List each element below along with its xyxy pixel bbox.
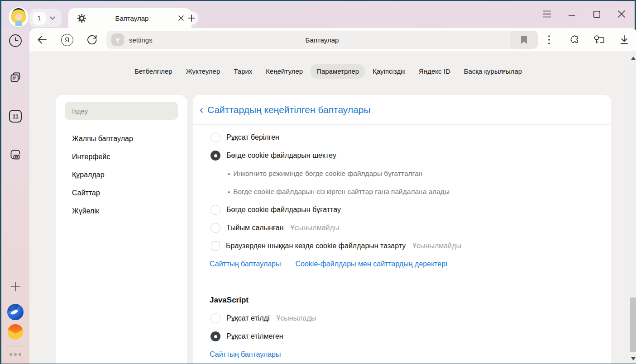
sidebar-item-system[interactable]: Жүйелік: [56, 202, 187, 220]
bookmark-button[interactable]: [510, 31, 538, 49]
page-scrollbar[interactable]: [630, 52, 636, 364]
minimize-button[interactable]: [563, 6, 580, 22]
radio-selected-icon[interactable]: [210, 151, 220, 161]
page-title: Баптаулар: [106, 36, 538, 44]
bullet-icon: •: [228, 170, 230, 178]
option-label: Бөгде cookie файлдарын бұғаттау: [226, 206, 341, 214]
tab-downloads[interactable]: Жүктеулер: [180, 64, 227, 79]
cookie-option-forbidden[interactable]: Тыйым салынған Ұсынылмайды: [193, 219, 611, 237]
maximize-button[interactable]: [588, 6, 605, 22]
sidebar-item-sites[interactable]: Сайттар: [56, 184, 187, 202]
settings-content: ‹ Сайттардың кеңейтілген баптаулары Рұқс…: [193, 95, 611, 364]
notes-button[interactable]: [9, 71, 22, 85]
tab-close-icon[interactable]: [178, 15, 184, 21]
kebab-icon: [548, 35, 550, 45]
screenshot-button[interactable]: [8, 147, 23, 162]
tab-history[interactable]: Тарих: [227, 64, 258, 79]
downloads-button[interactable]: [617, 33, 631, 47]
refresh-icon: [86, 33, 98, 46]
omnibox-menu-button[interactable]: [542, 33, 556, 47]
bookmark-icon: [521, 36, 527, 44]
cookie-option-block-third-party[interactable]: Бөгде cookie файлдарын бұғаттау: [193, 201, 611, 219]
key-folder-icon: [593, 34, 605, 46]
download-icon: [618, 34, 630, 46]
cookie-option-allowed[interactable]: Рұқсат берілген: [193, 128, 611, 147]
new-tab-button[interactable]: [185, 11, 198, 25]
option-label: Рұқсат етілді: [226, 314, 269, 322]
scroll-down-arrow-icon[interactable]: [631, 357, 636, 360]
tab-yandex-id[interactable]: Яндекс ID: [412, 64, 457, 79]
side-rail: 11: [1, 28, 29, 364]
cookies-and-site-data-link[interactable]: Cookie-файлдары мен сайттардың деректері: [296, 260, 447, 268]
radio-icon[interactable]: [210, 132, 220, 142]
back-button[interactable]: [35, 33, 49, 47]
browser-tab-settings[interactable]: Баптаулар: [68, 8, 191, 28]
tab-count-badge[interactable]: 1: [33, 12, 46, 25]
profile-avatar[interactable]: [9, 7, 29, 27]
cookie-option-restrict-third-party[interactable]: Бөгде cookie файлдарын шектеу: [193, 147, 611, 165]
js-option-not-allowed[interactable]: Рұқсат етілмеген: [193, 327, 611, 345]
settings-page: Бетбелгілер Жүктеулер Тарих Кеңейтулер П…: [29, 52, 636, 364]
browser-logo-icon: [7, 304, 24, 320]
address-bar[interactable]: Y settings Баптаулар: [106, 31, 538, 49]
radio-selected-icon[interactable]: [210, 331, 220, 341]
sidebar-items: Жалпы баптаулар Интерфейс Құралдар Сайтт…: [56, 130, 187, 220]
tab-security[interactable]: Қауіпсіздік: [366, 64, 411, 79]
passwords-button[interactable]: [592, 33, 606, 47]
tabs-counter-button[interactable]: 11: [9, 110, 22, 123]
tab-bookmarks[interactable]: Бетбелгілер: [128, 64, 179, 79]
site-settings-link[interactable]: Сайттың баптаулары: [210, 350, 281, 359]
back-chevron-icon[interactable]: ‹: [200, 104, 203, 115]
settings-sidebar: Жалпы баптаулар Интерфейс Құралдар Сайтт…: [56, 95, 187, 364]
js-option-allowed[interactable]: Рұқсат етілді Ұсынылады: [193, 309, 611, 327]
radio-icon[interactable]: [210, 223, 220, 233]
tab-extensions[interactable]: Кеңейтулер: [259, 64, 309, 79]
cookie-clear-on-exit[interactable]: Браузерден шыққан кезде cookie файлдарын…: [193, 237, 611, 255]
browser-window: 1 Баптаулар: [0, 0, 636, 364]
refresh-button[interactable]: [85, 33, 99, 47]
sidebar-item-general[interactable]: Жалпы баптаулар: [56, 130, 187, 148]
checkbox-icon[interactable]: [211, 241, 220, 251]
tab-settings[interactable]: Параметрлер: [310, 64, 365, 79]
bullet-icon: •: [228, 188, 230, 196]
option-hint: Ұсынылмайды: [291, 224, 340, 232]
sidebar-item-tools[interactable]: Құралдар: [56, 166, 187, 184]
yandex-browser-app-button[interactable]: [7, 304, 24, 320]
yandex-home-button[interactable]: Я: [60, 33, 74, 47]
history-button[interactable]: [8, 33, 23, 48]
scrollbar-thumb[interactable]: [630, 298, 636, 352]
js-links: Сайттың баптаулары: [193, 345, 611, 364]
option-note: • Инкогнито режимінде бөгде cookie файлд…: [193, 165, 611, 183]
hamburger-icon: [542, 10, 552, 18]
url-text: settings: [129, 36, 153, 44]
avatar-art: [15, 14, 22, 20]
tab-other-devices[interactable]: Басқа құрылғылар: [458, 64, 528, 79]
extensions-button[interactable]: [567, 33, 581, 47]
javascript-heading: JavaScript: [193, 291, 611, 309]
option-label: Бөгде cookie файлдарын шектеу: [226, 151, 336, 160]
yandex-mail-app-button[interactable]: [8, 324, 23, 340]
settings-search[interactable]: [65, 102, 178, 120]
section-title[interactable]: Сайттардың кеңейтілген баптаулары: [207, 104, 371, 115]
search-input[interactable]: [65, 102, 178, 120]
browser-menu-button[interactable]: [538, 6, 555, 22]
option-label: Рұқсат берілген: [226, 133, 279, 142]
scroll-up-arrow-icon[interactable]: [631, 57, 636, 60]
option-label: Рұқсат етілмеген: [226, 332, 283, 340]
section-header: ‹ Сайттардың кеңейтілген баптаулары: [193, 95, 611, 125]
radio-icon[interactable]: [210, 205, 220, 215]
settings-rows: Рұқсат берілген Бөгде cookie файлдарын ш…: [193, 125, 611, 364]
maximize-icon: [593, 10, 601, 18]
close-icon: [617, 10, 626, 18]
more-apps-button[interactable]: [10, 353, 21, 356]
sidebar-item-interface[interactable]: Интерфейс: [56, 148, 187, 166]
radio-icon[interactable]: [210, 313, 220, 323]
option-note: • Бөгде cookie файлдарын сіз кірген сайт…: [193, 183, 611, 201]
close-window-button[interactable]: [613, 6, 630, 22]
camera-icon: [8, 147, 23, 162]
avatar-art: [15, 21, 22, 26]
plus-icon: [187, 14, 196, 23]
tab-group-selector[interactable]: 1: [29, 9, 62, 27]
site-settings-link[interactable]: Сайттың баптаулары: [210, 260, 281, 268]
add-panel-button[interactable]: [9, 280, 22, 293]
